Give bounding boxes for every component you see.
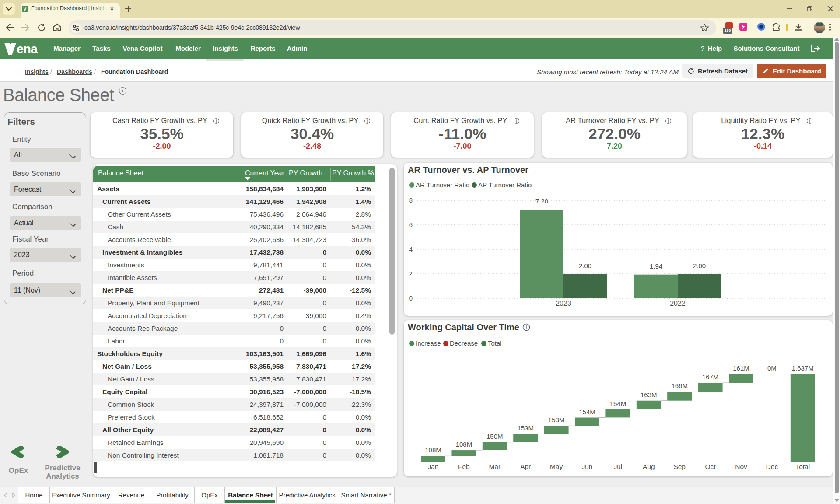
svg-text:154M: 154M xyxy=(579,408,595,416)
svg-text:Mar: Mar xyxy=(489,463,500,470)
svg-text:AR Turnover vs. AP Turnover: AR Turnover vs. AP Turnover xyxy=(408,165,528,175)
svg-text:AP Turnover Ratio: AP Turnover Ratio xyxy=(478,181,532,189)
svg-text:7.20: 7.20 xyxy=(536,197,548,205)
svg-text:Dec: Dec xyxy=(766,463,778,470)
svg-text:166M: 166M xyxy=(671,382,688,389)
svg-text:161M: 161M xyxy=(733,364,749,372)
svg-text:2.00: 2.00 xyxy=(693,262,706,270)
svg-text:AR Turnover Ratio: AR Turnover Ratio xyxy=(416,181,469,189)
svg-text:Jun: Jun xyxy=(582,463,593,470)
svg-text:Total: Total xyxy=(488,340,502,347)
svg-text:Total: Total xyxy=(795,463,810,470)
svg-text:i: i xyxy=(526,325,527,330)
svg-text:153M: 153M xyxy=(517,424,534,432)
svg-text:May: May xyxy=(550,463,563,470)
svg-text:0M: 0M xyxy=(767,364,777,372)
svg-text:2022: 2022 xyxy=(670,300,686,307)
svg-text:Apr: Apr xyxy=(520,463,531,470)
svg-text:Aug: Aug xyxy=(643,463,655,470)
svg-text:108M: 108M xyxy=(456,441,472,448)
svg-text:167M: 167M xyxy=(702,373,719,381)
svg-text:1,637M: 1,637M xyxy=(792,364,814,372)
svg-text:163M: 163M xyxy=(640,391,657,399)
svg-text:154M: 154M xyxy=(610,400,626,407)
svg-text:Jan: Jan xyxy=(428,463,439,470)
svg-text:108M: 108M xyxy=(425,446,441,454)
svg-text:2.00: 2.00 xyxy=(579,262,592,270)
svg-text:0: 0 xyxy=(409,294,413,302)
svg-text:Feb: Feb xyxy=(458,463,470,470)
svg-text:6: 6 xyxy=(409,221,413,228)
svg-text:153M: 153M xyxy=(548,416,565,424)
svg-text:2: 2 xyxy=(409,270,413,277)
svg-text:Working Capital Over Time: Working Capital Over Time xyxy=(408,322,519,332)
svg-text:ena: ena xyxy=(17,43,38,55)
svg-text:2023: 2023 xyxy=(556,300,571,307)
svg-text:Increase: Increase xyxy=(416,340,441,347)
svg-text:Decrease: Decrease xyxy=(450,340,478,347)
svg-text:150M: 150M xyxy=(486,433,503,440)
svg-text:Sep: Sep xyxy=(673,463,686,470)
svg-text:1.94: 1.94 xyxy=(650,262,662,270)
svg-text:4: 4 xyxy=(409,245,413,253)
svg-text:Nov: Nov xyxy=(735,463,747,470)
svg-text:8: 8 xyxy=(409,196,413,204)
svg-text:Oct: Oct xyxy=(705,463,716,470)
svg-text:Jul: Jul xyxy=(613,463,622,470)
